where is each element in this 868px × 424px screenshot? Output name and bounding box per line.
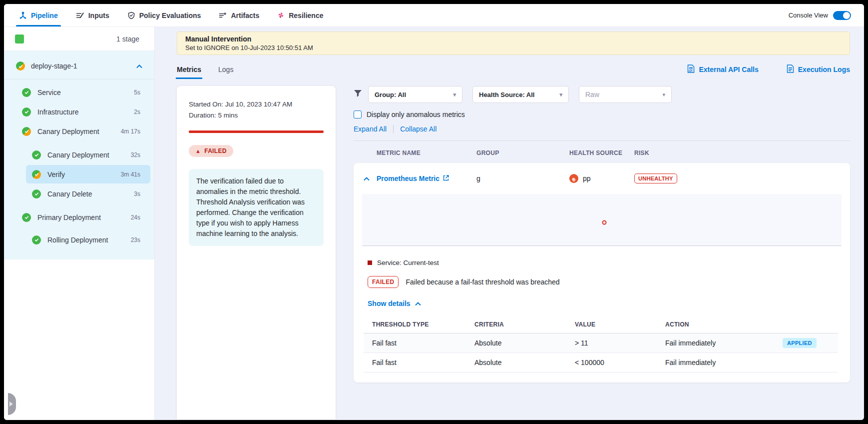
nav-tab-label: Policy Evaluations [139,12,201,20]
tab-metrics[interactable]: Metrics [177,60,201,79]
svg-text:API: API [689,70,693,72]
chevron-down-icon: ▾ [453,92,456,98]
step-duration: 32s [131,152,140,158]
external-api-calls-link[interactable]: API External API Calls [687,64,758,74]
metric-timeseries-chart [362,194,842,246]
divider [4,79,154,80]
divider [354,140,850,141]
anomalous-data-point[interactable] [602,220,606,224]
anomalous-filter-row: Display only anomalous metrics [354,110,850,118]
artifacts-icon [219,12,227,19]
verification-summary-card: Started On: Jul 10, 2023 10:47 AM Durati… [177,86,336,420]
status-success-warning-icon [16,62,25,70]
execution-status-square-icon [15,34,24,44]
step-rolling-deployment[interactable]: Rolling Deployment 23s [4,230,154,250]
expand-collapse-links: Expand All Collapse All [354,125,850,133]
failure-reason-row: FAILED Failed because a fail-fast thresh… [368,276,850,288]
collapse-all-link[interactable]: Collapse All [400,125,436,133]
toggle-knob [843,12,850,19]
header-links: API External API Calls Execution Logs [687,64,850,74]
nav-tab-policy-evaluations[interactable]: Policy Evaluations [127,4,201,26]
step-label: Service [37,88,127,96]
col-threshold-type: THRESHOLD TYPE [372,321,474,328]
thresholds-header: THRESHOLD TYPE CRITERIA VALUE ACTION [364,316,838,334]
step-infrastructure[interactable]: Infrastructure 2s [4,102,154,122]
step-duration: 3m 41s [121,171,140,178]
risk-badge-unhealthy: UNHEALTHY [634,174,677,184]
chevron-up-icon [415,300,421,308]
col-metric-name: METRIC NAME [377,150,476,156]
status-success-warning-icon [32,170,41,179]
step-canary-deployment-group[interactable]: Canary Deployment 4m 17s [4,122,154,141]
threshold-row: Fail fast Absolute > 11 Fail immediately… [364,334,838,353]
nav-tab-resilience[interactable]: Resilience [277,4,323,26]
step-label: Canary Deployment [37,128,114,136]
manual-intervention-banner: Manual Intervention Set to IGNORE on 10-… [177,32,850,55]
sidebar-empty-area [4,260,154,420]
nav-tab-label: Resilience [289,12,323,20]
legend-label: Service: Current-test [377,259,439,266]
step-label: Infrastructure [37,108,127,116]
console-view-toggle[interactable] [833,11,851,20]
step-canary-deployment[interactable]: Canary Deployment 32s [4,145,154,164]
execution-logs-link[interactable]: Execution Logs [787,64,850,74]
chevron-up-icon[interactable] [136,62,142,70]
col-criteria: CRITERIA [474,321,575,328]
nav-tab-pipeline[interactable]: Pipeline [19,4,58,26]
status-success-icon [22,213,31,222]
group-filter-dropdown[interactable]: Group: All▾ [368,86,462,103]
collapse-chevron-up-icon[interactable] [364,174,377,183]
anomalous-checkbox-label[interactable]: Display only anomalous metrics [367,110,465,118]
nav-tab-label: Pipeline [31,12,58,20]
stage-panel: deploy-stage-1 Service 5s Infrastructure… [4,51,154,260]
app-window: Pipeline Inputs Policy Evaluations Artif… [4,4,864,420]
show-details-toggle[interactable]: Show details [368,300,850,308]
step-verify-selected[interactable]: Verify 3m 41s [4,164,154,184]
step-label: Primary Deployment [37,214,124,222]
step-duration: 24s [131,214,140,221]
health-source-filter-dropdown[interactable]: Health Source: All▾ [472,86,569,103]
tab-logs[interactable]: Logs [218,60,233,79]
anomalous-metrics-checkbox[interactable] [354,110,362,118]
metrics-panel: Group: All▾ Health Source: All▾ Raw▾ Dis… [354,86,850,420]
step-duration: 23s [131,236,140,244]
status-success-warning-icon [22,127,31,136]
threshold-row: Fail fast Absolute < 100000 Fail immedia… [364,353,838,372]
started-on-text: Started On: Jul 10, 2023 10:47 AM [189,99,324,110]
col-action: ACTION [665,321,783,328]
banner-subtitle: Set to IGNORE on 10-Jul-2023 10:50:51 AM [185,44,842,52]
step-duration: 5s [134,89,140,96]
stage-group-deploy-stage-1[interactable]: deploy-stage-1 [4,55,154,77]
step-primary-deployment[interactable]: Primary Deployment 24s [4,208,154,227]
api-document-icon: API [687,64,695,74]
step-duration: 4m 17s [121,128,140,135]
nav-tab-inputs[interactable]: Inputs [76,4,109,26]
applied-badge: APPLIED [783,338,817,348]
filter-funnel-icon[interactable] [354,90,362,100]
failed-progress-bar [189,130,324,133]
console-view-label: Console View [789,12,828,19]
nav-tab-label: Artifacts [231,12,259,20]
expand-all-link[interactable]: Expand All [354,125,387,133]
raw-filter-dropdown[interactable]: Raw▾ [579,86,672,103]
failed-badge: FAILED [368,276,399,288]
step-duration: 2s [134,108,140,116]
failed-status-badge: ▲ FAILED [189,145,233,157]
chevron-down-icon: ▾ [662,92,665,98]
step-canary-delete[interactable]: Canary Delete 3s [4,184,154,204]
status-success-icon [22,108,31,116]
step-label: Rolling Deployment [47,236,124,244]
metric-name-link[interactable]: Prometheus Metric [377,174,476,182]
document-icon [787,64,794,74]
warning-triangle-icon: ▲ [195,148,201,154]
chart-legend: Service: Current-test [368,259,850,266]
step-service[interactable]: Service 5s [4,82,154,102]
prometheus-icon [569,174,578,183]
chevron-down-icon: ▾ [559,92,562,98]
status-success-icon [32,190,41,198]
nav-tab-artifacts[interactable]: Artifacts [219,4,259,26]
step-label: Canary Delete [47,190,127,198]
failed-reason-text: Failed because a fail-fast threshold was… [406,278,559,286]
metric-detail-card: Prometheus Metric g pp [354,163,850,382]
divider [393,125,394,133]
